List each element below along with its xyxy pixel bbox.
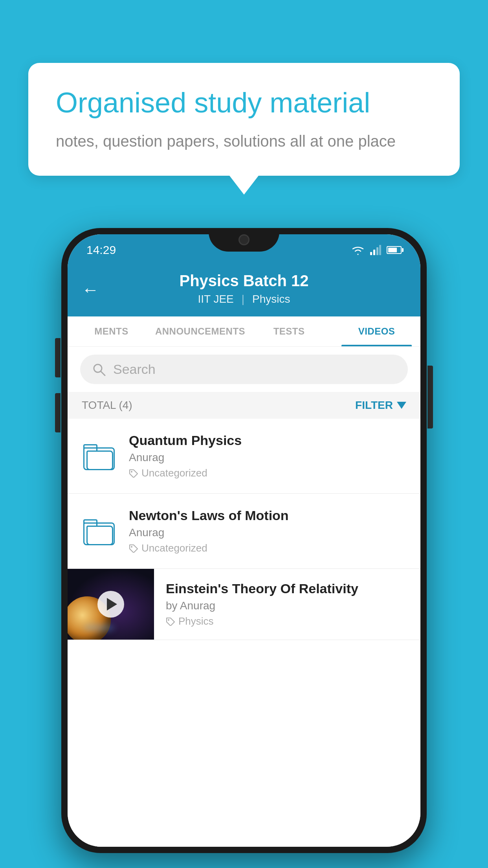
folder-icon (83, 442, 116, 470)
back-button[interactable]: ← (82, 280, 99, 300)
svg-rect-1 (373, 250, 375, 255)
list-item[interactable]: Einstein's Theory Of Relativity by Anura… (68, 569, 420, 640)
filter-label: FILTER (355, 399, 393, 412)
item-title: Einstein's Theory Of Relativity (166, 581, 406, 596)
svg-point-8 (168, 619, 169, 621)
filter-total: TOTAL (4) (82, 399, 132, 412)
header-tag-iitjee: IIT JEE (198, 293, 233, 305)
volume-down-button (55, 393, 61, 432)
item-title: Newton's Laws of Motion (129, 508, 406, 523)
tab-videos[interactable]: VIDEOS (333, 316, 420, 346)
speech-bubble-title: Organised study material (56, 86, 432, 119)
item-author: Anurag (129, 451, 406, 464)
tab-announcements[interactable]: ANNOUNCEMENTS (155, 316, 245, 346)
tab-tests[interactable]: TESTS (245, 316, 333, 346)
folder-icon-wrap (82, 438, 117, 474)
filter-bar: TOTAL (4) FILTER (68, 392, 420, 419)
phone-screen: 14:29 (68, 234, 420, 847)
svg-point-7 (131, 546, 132, 548)
item-text: Einstein's Theory Of Relativity by Anura… (166, 572, 406, 637)
folder-icon-wrap (82, 513, 117, 549)
item-title: Quantum Physics (129, 433, 406, 448)
header-title: Physics Batch 12 (179, 272, 308, 290)
wifi-icon (351, 245, 365, 255)
item-tag: Uncategorized (141, 467, 207, 479)
content-list: Quantum Physics Anurag Uncategorized (68, 419, 420, 847)
search-input[interactable]: Search (113, 362, 156, 377)
status-time: 14:29 (86, 243, 116, 257)
signal-icon (370, 245, 381, 255)
list-item[interactable]: Quantum Physics Anurag Uncategorized (68, 419, 420, 494)
video-thumbnail (68, 569, 154, 640)
header-tag-sep: | (242, 293, 244, 305)
filter-funnel-icon (397, 402, 406, 409)
header-tag-physics: Physics (252, 293, 290, 305)
power-button (427, 366, 433, 428)
speech-bubble-subtitle: notes, question papers, solutions all at… (56, 130, 432, 152)
app-header: ← Physics Batch 12 IIT JEE | Physics (68, 263, 420, 316)
tab-ments[interactable]: MENTS (68, 316, 155, 346)
search-icon (92, 362, 106, 377)
svg-line-5 (101, 371, 105, 375)
camera-icon (238, 234, 250, 245)
header-tags: IIT JEE | Physics (198, 293, 290, 305)
item-tag-wrap: Uncategorized (129, 542, 406, 554)
item-author: Anurag (129, 526, 406, 539)
tabs-bar: MENTS ANNOUNCEMENTS TESTS VIDEOS (68, 316, 420, 347)
phone: 14:29 (61, 228, 427, 853)
item-tag-wrap: Physics (166, 615, 406, 627)
speech-bubble: Organised study material notes, question… (28, 63, 460, 176)
item-author: by Anurag (166, 600, 406, 612)
item-text: Quantum Physics Anurag Uncategorized (129, 433, 406, 479)
play-button[interactable] (97, 591, 124, 618)
folder-icon (83, 517, 116, 545)
glow-effect (83, 624, 115, 632)
search-bar-wrap: Search (68, 347, 420, 392)
item-tag: Uncategorized (141, 542, 207, 554)
tag-icon (166, 617, 175, 626)
svg-rect-3 (379, 245, 381, 255)
svg-point-6 (131, 471, 132, 473)
list-item[interactable]: Newton's Laws of Motion Anurag Uncategor… (68, 494, 420, 569)
filter-button[interactable]: FILTER (355, 399, 406, 412)
tag-icon (129, 469, 138, 478)
tag-icon (129, 544, 138, 553)
svg-rect-2 (376, 247, 378, 255)
search-input-wrap[interactable]: Search (80, 355, 408, 384)
status-icons (351, 245, 402, 255)
phone-outer: 14:29 (61, 228, 427, 853)
notch (209, 228, 279, 252)
item-text: Newton's Laws of Motion Anurag Uncategor… (129, 508, 406, 554)
svg-rect-0 (370, 252, 372, 255)
item-tag: Physics (178, 615, 214, 627)
play-icon (107, 598, 117, 611)
item-tag-wrap: Uncategorized (129, 467, 406, 479)
battery-icon (387, 246, 402, 254)
volume-up-button (55, 338, 61, 377)
